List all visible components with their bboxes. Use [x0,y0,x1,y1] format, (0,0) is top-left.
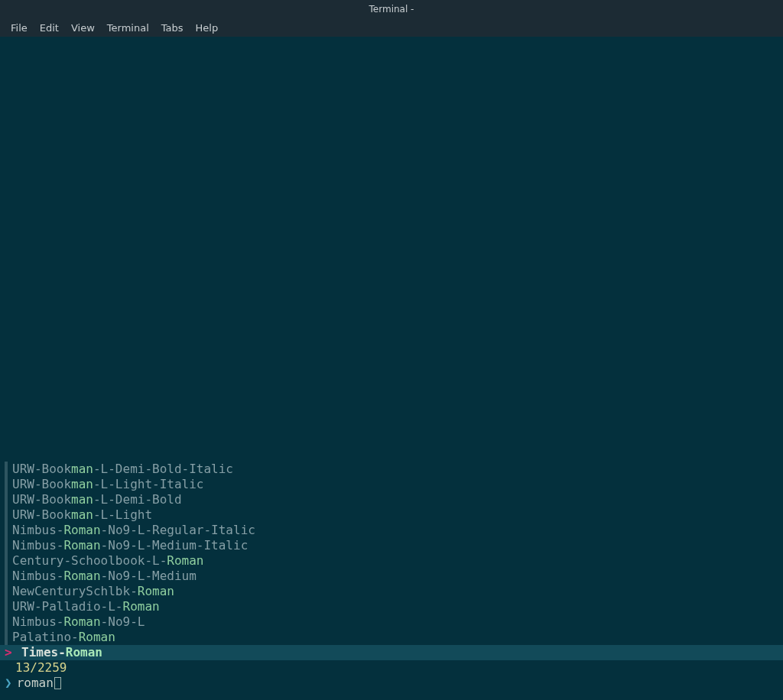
window-titlebar: Terminal - [0,0,783,18]
fzf-results: URW-Bookman-L-Demi-Bold-ItalicURW-Bookma… [0,462,783,660]
fzf-result-row[interactable]: Nimbus-Roman-No9-L-Regular-Italic [0,523,783,538]
result-text: URW-Palladio-L-Roman [12,599,160,614]
fzf-result-row[interactable]: NewCenturySchlbk-Roman [0,584,783,599]
result-bar [5,553,8,569]
fzf-result-row[interactable]: Century-Schoolbook-L-Roman [0,553,783,569]
terminal-viewport[interactable]: URW-Bookman-L-Demi-Bold-ItalicURW-Bookma… [0,37,783,700]
result-bar [5,538,8,553]
fzf-result-row[interactable]: >Times-Roman [0,645,783,660]
menu-help[interactable]: Help [190,20,225,36]
result-text: URW-Bookman-L-Light-Italic [12,477,203,492]
result-text: Nimbus-Roman-No9-L-Medium-Italic [12,538,248,553]
result-text: URW-Bookman-L-Demi-Bold-Italic [12,462,233,477]
menu-view[interactable]: View [65,20,101,36]
fzf-result-row[interactable]: Nimbus-Roman-No9-L-Medium [0,569,783,584]
fzf-prompt-row[interactable]: ❯ roman [0,676,783,691]
fzf-result-row[interactable]: URW-Bookman-L-Demi-Bold [0,492,783,507]
result-bar [5,507,8,523]
fzf-query[interactable]: roman [17,676,54,691]
pointer-icon: > [5,645,12,660]
result-bar [5,462,8,477]
result-text: Nimbus-Roman-No9-L [12,614,145,630]
window-title: Terminal - [369,4,414,15]
fzf-result-row[interactable]: URW-Palladio-L-Roman [0,599,783,614]
prompt-icon: ❯ [5,676,12,691]
result-text: Nimbus-Roman-No9-L-Medium [12,569,197,584]
result-text: Century-Schoolbook-L-Roman [12,553,203,569]
result-text: URW-Bookman-L-Demi-Bold [12,492,182,507]
result-text: Nimbus-Roman-No9-L-Regular-Italic [12,523,255,538]
menu-edit[interactable]: Edit [34,20,65,36]
fzf-result-row[interactable]: URW-Bookman-L-Demi-Bold-Italic [0,462,783,477]
result-text: Times-Roman [21,645,102,660]
menu-terminal[interactable]: Terminal [101,20,155,36]
fzf-counter: 13/2259 [0,660,783,676]
result-bar [5,477,8,492]
menu-tabs[interactable]: Tabs [155,20,190,36]
fzf-result-row[interactable]: Nimbus-Roman-No9-L-Medium-Italic [0,538,783,553]
result-bar [5,492,8,507]
menubar: File Edit View Terminal Tabs Help [0,18,783,37]
result-bar [12,646,15,659]
result-bar [5,630,8,645]
fzf-result-row[interactable]: Palatino-Roman [0,630,783,645]
result-text: NewCenturySchlbk-Roman [12,584,174,599]
result-bar [5,584,8,599]
result-bar [5,614,8,630]
menu-file[interactable]: File [5,20,34,36]
result-text: URW-Bookman-L-Light [12,507,152,523]
result-text: Palatino-Roman [12,630,115,645]
result-bar [5,523,8,538]
result-bar [5,599,8,614]
cursor [54,677,61,689]
result-bar [5,569,8,584]
fzf-result-row[interactable]: URW-Bookman-L-Light [0,507,783,523]
fzf-panel: URW-Bookman-L-Demi-Bold-ItalicURW-Bookma… [0,462,783,691]
fzf-result-row[interactable]: Nimbus-Roman-No9-L [0,614,783,630]
fzf-result-row[interactable]: URW-Bookman-L-Light-Italic [0,477,783,492]
